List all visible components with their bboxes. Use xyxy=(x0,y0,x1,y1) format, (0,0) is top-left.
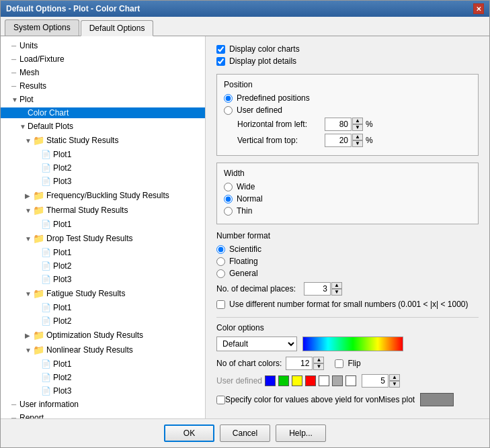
tree-item-nonlinear[interactable]: ▼ 📁 Nonlinear Study Results xyxy=(1,343,205,357)
normal-radio[interactable] xyxy=(224,195,233,204)
color-gradient-preview xyxy=(302,337,403,351)
window-title: Default Options - Plot - Color Chart xyxy=(6,4,140,13)
main-window: Default Options - Plot - Color Chart ✕ S… xyxy=(0,0,490,448)
swatch-yellow[interactable] xyxy=(292,375,302,386)
tree-item-fatigue[interactable]: ▼ 📁 Fatigue Study Results xyxy=(1,286,205,301)
folder-icon-nonlinear: 📁 xyxy=(33,345,44,355)
tree-item-drop[interactable]: ▼ 📁 Drop Test Study Results xyxy=(1,231,205,246)
horizontal-down-btn[interactable]: ▼ xyxy=(352,124,363,131)
tab-system-options[interactable]: System Options xyxy=(5,19,79,36)
horizontal-up-btn[interactable]: ▲ xyxy=(352,118,363,124)
plot-icon-1: 📄 xyxy=(41,150,51,159)
expand-icon-optimization: ▶ xyxy=(25,332,32,339)
expand-icon-mesh: ─ xyxy=(11,69,18,77)
tree-item-mesh[interactable]: ─ Mesh xyxy=(1,66,205,79)
user-defined-count-input[interactable] xyxy=(362,374,389,388)
title-bar: Default Options - Plot - Color Chart ✕ xyxy=(1,1,489,17)
flip-checkbox[interactable] xyxy=(335,359,343,368)
divider xyxy=(216,317,479,318)
user-count-down-btn[interactable]: ▼ xyxy=(389,381,400,388)
swatch-green[interactable] xyxy=(278,375,289,386)
decimal-down-btn[interactable]: ▼ xyxy=(331,289,342,296)
plot-icon-fatigue-1: 📄 xyxy=(41,303,51,312)
wide-radio[interactable] xyxy=(224,183,233,191)
tree-item-thermal[interactable]: ▼ 📁 Thermal Study Results xyxy=(1,203,205,218)
chart-colors-down-btn[interactable]: ▼ xyxy=(313,363,324,370)
user-defined-position-radio[interactable] xyxy=(224,106,233,115)
tree-item-nonlinear-plot2[interactable]: 📄 Plot2 xyxy=(1,371,205,384)
tree-item-static-plot3[interactable]: 📄 Plot3 xyxy=(1,175,205,188)
small-numbers-checkbox[interactable] xyxy=(216,300,225,309)
tree-item-units[interactable]: ─ Units xyxy=(1,39,205,52)
vertical-down-btn[interactable]: ▼ xyxy=(352,140,363,147)
tree-item-load-fixture[interactable]: ─ Load/Fixture xyxy=(1,52,205,66)
decimal-input[interactable] xyxy=(304,282,331,296)
position-group: Position Predefined positions User defin… xyxy=(216,74,479,156)
swatch-blue[interactable] xyxy=(265,375,276,386)
display-color-charts-row: Display color charts xyxy=(216,44,479,54)
tree-item-static-plot1[interactable]: 📄 Plot1 xyxy=(1,148,205,161)
help-button[interactable]: Help... xyxy=(276,424,326,442)
ok-button[interactable]: OK xyxy=(164,424,214,442)
general-row: General xyxy=(216,269,479,278)
tree-item-optimization[interactable]: ▶ 📁 Optimization Study Results xyxy=(1,328,205,343)
tree-item-thermal-plot1[interactable]: 📄 Plot1 xyxy=(1,218,205,231)
swatch-red[interactable] xyxy=(305,375,316,386)
small-numbers-label: Use different number format for small nu… xyxy=(229,300,468,309)
chart-colors-up-btn[interactable]: ▲ xyxy=(313,357,324,363)
chart-colors-spinner: ▲ ▼ xyxy=(286,357,324,370)
tree-item-static-plot2[interactable]: 📄 Plot2 xyxy=(1,161,205,175)
folder-icon-static: 📁 xyxy=(33,135,44,146)
plot-icon-nonlinear-2: 📄 xyxy=(41,373,51,382)
tree-item-drop-plot2[interactable]: 📄 Plot2 xyxy=(1,259,205,273)
width-group-label: Width xyxy=(224,169,471,178)
tab-default-options[interactable]: Default Options xyxy=(81,20,154,36)
expand-icon-nonlinear: ▼ xyxy=(25,347,32,354)
general-label: General xyxy=(229,269,258,278)
tree-item-plot[interactable]: ▼ Plot xyxy=(1,93,205,106)
predefined-positions-radio[interactable] xyxy=(224,94,233,103)
floating-row: Floating xyxy=(216,257,479,266)
chart-colors-input[interactable] xyxy=(286,357,313,370)
thin-radio[interactable] xyxy=(224,207,233,216)
width-group: Width Wide Normal Thin xyxy=(216,163,479,224)
plot-icon-2: 📄 xyxy=(41,163,51,173)
color-scheme-dropdown[interactable]: Default Rainbow Blue-Red Custom xyxy=(216,337,297,351)
tree-item-nonlinear-plot1[interactable]: 📄 Plot1 xyxy=(1,357,205,371)
swatch-white[interactable] xyxy=(319,375,329,386)
tree-item-user-info[interactable]: ─ User information xyxy=(1,398,205,411)
close-button[interactable]: ✕ xyxy=(473,3,484,14)
expand-icon-default-plots: ▼ xyxy=(19,123,26,130)
vertical-up-btn[interactable]: ▲ xyxy=(352,134,363,140)
tree-item-fatigue-plot2[interactable]: 📄 Plot2 xyxy=(1,314,205,328)
tree-item-default-plots[interactable]: ▼ Default Plots xyxy=(1,120,205,133)
tree-item-report[interactable]: ─ Report xyxy=(1,411,205,418)
flip-label: Flip xyxy=(348,359,360,368)
vertical-input[interactable]: 20 xyxy=(325,134,352,147)
tree-item-static-study[interactable]: ▼ 📁 Static Study Results xyxy=(1,133,205,148)
tree-item-fatigue-plot1[interactable]: 📄 Plot1 xyxy=(1,301,205,314)
horizontal-input[interactable]: 80 xyxy=(325,118,352,131)
decimal-up-btn[interactable]: ▲ xyxy=(331,282,342,289)
decimal-label: No. of decimal places: xyxy=(216,284,304,294)
swatch-white2[interactable] xyxy=(345,375,356,386)
cancel-button[interactable]: Cancel xyxy=(220,424,270,442)
yield-color-swatch[interactable] xyxy=(420,393,454,406)
tree-item-nonlinear-plot3[interactable]: 📄 Plot3 xyxy=(1,384,205,398)
scientific-radio[interactable] xyxy=(216,245,225,254)
tree-item-drop-plot1[interactable]: 📄 Plot1 xyxy=(1,246,205,259)
user-count-up-btn[interactable]: ▲ xyxy=(389,374,400,381)
tree-item-color-chart[interactable]: Color Chart xyxy=(1,106,205,120)
tree-item-drop-plot3[interactable]: 📄 Plot3 xyxy=(1,273,205,286)
tree-item-freq[interactable]: ▶ 📁 Frequency/Buckling Study Results xyxy=(1,188,205,203)
display-plot-details-checkbox[interactable] xyxy=(216,57,225,66)
tree-item-results[interactable]: ─ Results xyxy=(1,79,205,93)
general-radio[interactable] xyxy=(216,269,225,278)
expand-icon-thermal: ▼ xyxy=(25,207,32,214)
swatch-gray[interactable] xyxy=(332,375,343,386)
yield-checkbox[interactable] xyxy=(216,396,225,404)
floating-radio[interactable] xyxy=(216,257,225,266)
expand-icon-units: ─ xyxy=(11,42,18,50)
display-color-charts-checkbox[interactable] xyxy=(216,45,225,54)
user-defined-position-label: User defined xyxy=(237,105,282,115)
